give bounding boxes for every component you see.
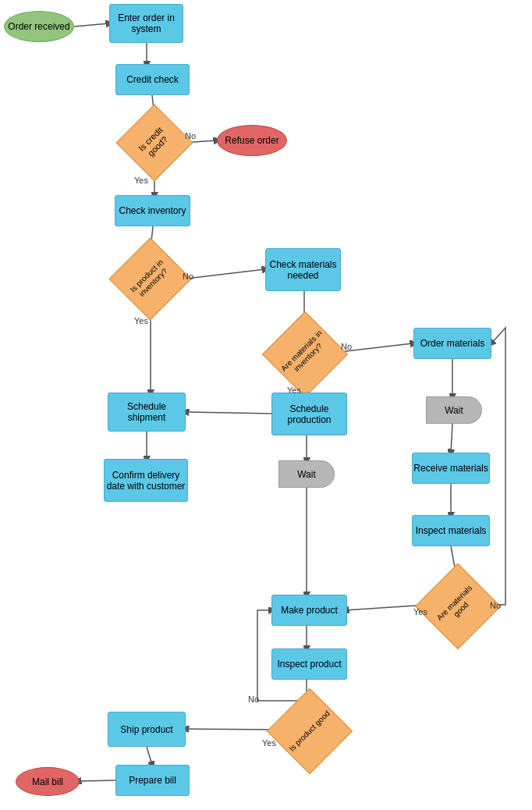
wait1-node: Wait — [278, 460, 335, 488]
are-materials-good-node: Are materials good — [427, 576, 488, 637]
refuse-order-node: Refuse order — [217, 125, 287, 156]
svg-line-13 — [451, 424, 452, 453]
yes-credit-label: Yes — [134, 176, 148, 185]
mail-bill-node: Mail bill — [16, 767, 80, 796]
yes-materials-label: Yes — [287, 385, 301, 395]
order-received-node: Order received — [4, 11, 74, 42]
no-inventory-label: No — [183, 272, 193, 281]
no-prod-good-label: No — [248, 695, 259, 704]
prepare-bill-node: Prepare bill — [115, 765, 190, 796]
yes-mat-good-label: Yes — [413, 607, 427, 616]
check-materials-node: Check materials needed — [265, 248, 341, 291]
is-product-good-node: Is product good — [279, 701, 340, 762]
yes-prod-good-label: Yes — [262, 738, 276, 748]
ship-product-node: Ship product — [108, 712, 186, 747]
flowchart: Order received Enter order in system Cre… — [0, 0, 532, 810]
svg-line-24 — [147, 747, 152, 765]
no-credit-label: No — [185, 131, 196, 140]
are-materials-in-inv-node: Are materials in inventory? — [275, 324, 335, 385]
confirm-delivery-node: Confirm delivery date with customer — [104, 459, 188, 502]
schedule-production-node: Schedule production — [271, 393, 347, 435]
svg-line-19 — [186, 412, 271, 414]
check-inventory-node: Check inventory — [115, 195, 190, 226]
enter-order-node: Enter order in system — [109, 4, 183, 43]
yes-inventory-label: Yes — [134, 316, 148, 325]
svg-line-23 — [186, 729, 279, 730]
make-product-node: Make product — [271, 595, 347, 626]
is-credit-good-node: Is credit good? — [127, 115, 182, 170]
order-materials-node: Order materials — [413, 328, 491, 359]
no-materials-label: No — [341, 342, 352, 351]
svg-line-1 — [74, 23, 109, 27]
svg-line-25 — [78, 780, 115, 781]
inspect-product-node: Inspect product — [271, 648, 347, 680]
schedule-shipment-node: Schedule shipment — [108, 393, 186, 432]
is-product-in-inv-node: Is product in inventory? — [121, 250, 179, 308]
credit-check-node: Credit check — [115, 64, 190, 95]
wait2-node: Wait — [426, 396, 482, 424]
inspect-materials-node: Inspect materials — [412, 515, 490, 546]
no-mat-good-label: No — [490, 601, 501, 610]
receive-materials-node: Receive materials — [412, 453, 490, 484]
